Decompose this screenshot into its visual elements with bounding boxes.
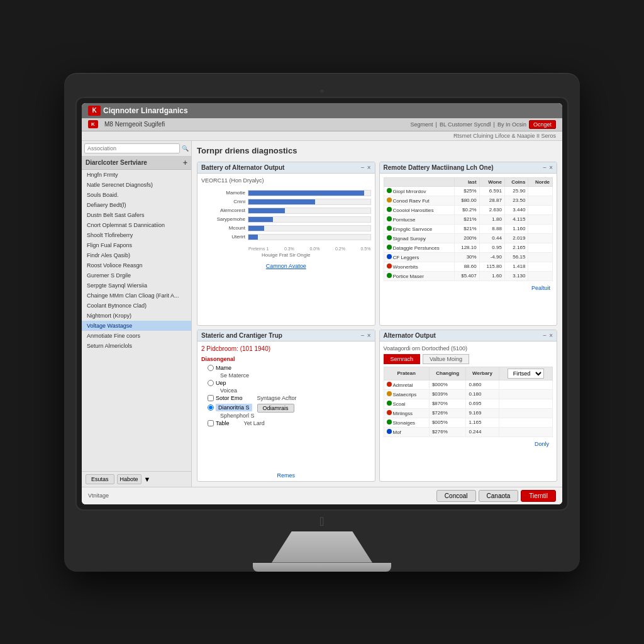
row-wone: 8.88 (479, 224, 504, 233)
radio-uep[interactable]: Uep (208, 380, 371, 386)
sidebar-search-input[interactable] (84, 143, 180, 153)
sidebar-item-0[interactable]: Hngfn Frmty (82, 170, 191, 180)
bar-label: Alemcorest (201, 208, 245, 213)
content-area: Tornpr driens diagnostics Battery of Alt… (192, 141, 562, 487)
row-norde (528, 243, 553, 252)
sidebar-item-2[interactable]: Souls Boaid. (82, 190, 191, 200)
sidebar-item-11[interactable]: Serpgte Saynql Wiersiia (82, 280, 191, 291)
sidebar-item-13[interactable]: Coolant Bytnonce Clad) (82, 301, 191, 311)
sidebar-item-16[interactable]: Anmotiate Fine coors (82, 331, 191, 341)
sidebar-item-10[interactable]: Guremer S Drgile (82, 270, 191, 280)
toolbar-path: M8 Nerngeoit Sugifefi (104, 121, 407, 128)
panel3-body: 2 Pidcbroom: (101 1940) Diasongenal Mame… (197, 341, 375, 469)
status-footer-link[interactable]: Remes (277, 472, 295, 479)
panel4-body: Voatagordi orn Dortocthed (5100) Sernrac… (380, 341, 557, 481)
remote-data-table: last Wone Coins Norde Giopl Mrrordov $25… (384, 177, 553, 281)
sidebar-items: Hngfn Frmty Natle Serecnet Diagnosfs) So… (82, 170, 191, 471)
table-row: Empglic Sarrvoce $21% 8.88 1.160 (384, 224, 553, 233)
bar-track (248, 225, 371, 231)
app-title: Ciqnnoter Linardganics (103, 106, 188, 115)
checkbox-table[interactable]: Table (208, 420, 230, 426)
cancel-button-2[interactable]: Canaota (479, 490, 519, 502)
checkbox-table-label: Table (216, 420, 230, 426)
alt-footer-link[interactable]: Donly (535, 441, 549, 447)
row-name: Empglic Sarrvoce (384, 224, 454, 233)
toolbar-primary-button[interactable]: Ocnget (529, 120, 556, 129)
panel4-subtitle: Voatagordi orn Dortocthed (5100) (384, 345, 553, 352)
alt-table-row: Sataecrips $039% 0.180 (384, 389, 553, 399)
alt-tab-search[interactable]: Sernrach (384, 354, 421, 364)
panel3-minimize-icon[interactable]: − (361, 332, 365, 339)
toolbar-action-3: By In Ocsin (497, 121, 526, 128)
alt-table-row: Stonaiges $005% 1.165 (384, 418, 553, 427)
sidebar-item-9[interactable]: Roost Volioce Reasgn (82, 260, 191, 270)
radio-uep-input[interactable] (208, 380, 214, 386)
alt-row-werbary: 1.165 (466, 418, 499, 427)
alt-row-changing: $000% (429, 380, 466, 389)
panel1-close-icon[interactable]: × (367, 164, 371, 171)
sidebar-footer-btn1[interactable]: Esutas (86, 474, 114, 484)
sidebar-item-15[interactable]: Voltage Wastagse (82, 321, 191, 331)
alt-tab-value[interactable]: Valtue Moing (423, 354, 469, 364)
sidebar-item-6[interactable]: Shoolt Tlofireberry (82, 230, 191, 240)
panel4-minimize-icon[interactable]: − (543, 332, 547, 339)
bar-label: Mcount (201, 225, 245, 231)
row-name: Dataggle Perstunces (384, 243, 454, 252)
row-wone: 115.80 (479, 262, 504, 271)
row-last: $80.00 (454, 196, 479, 205)
axis-0: Preterns 1 (248, 247, 269, 251)
alt-select-firtsed[interactable]: Firtsed (508, 369, 544, 379)
sidebar-item-14[interactable]: Nightmort (Kropy) (82, 311, 191, 321)
panel2-close-icon[interactable]: × (549, 164, 553, 171)
alt-col-select[interactable]: Firtsed (499, 367, 552, 380)
row-name: Signad Suropy (384, 233, 454, 243)
sidebar-item-1[interactable]: Natle Serecnet Diagnosfs) (82, 180, 191, 190)
alt-row-name: Mof (384, 427, 429, 436)
radio-mame-input[interactable] (208, 365, 214, 371)
status-group-uep: Uep Voicea (208, 380, 371, 394)
radio-dian[interactable]: Dianoritria S (208, 404, 252, 411)
cancel-button-1[interactable]: Concoal (436, 490, 476, 502)
sidebar-add-icon[interactable]: + (183, 158, 187, 167)
bar-row: Cmni (201, 199, 371, 205)
panel2-body: last Wone Coins Norde Giopl Mrrordov $25… (380, 174, 557, 325)
radio-mame[interactable]: Mame (208, 365, 371, 371)
table-row: Dataggle Perstunces 128.10 0.95 2.165 (384, 243, 553, 252)
status-highlight-button[interactable]: Odiamrais (257, 404, 294, 413)
alt-table-row: Mof $276% 0.244 (384, 427, 553, 436)
panel1-minimize-icon[interactable]: − (361, 164, 365, 171)
sidebar-item-7[interactable]: Flign Fual Fapons (82, 240, 191, 250)
sidebar-footer-btn2[interactable]: Habote (117, 474, 142, 484)
sidebar-item-4[interactable]: Dustn Belt Sast Gafers (82, 210, 191, 220)
chart-link-container: Camnon Avatoe (201, 259, 371, 272)
sidebar-item-17[interactable]: Seturn Almericlols (82, 341, 191, 351)
table-link[interactable]: Pealtuit (531, 285, 550, 291)
checkbox-sotor[interactable]: Sotor Emo (208, 395, 243, 401)
checkbox-sotor-input[interactable] (208, 395, 214, 401)
axis-1: 0.3% (284, 247, 294, 251)
primary-action-button[interactable]: Tierntil (521, 490, 556, 502)
alt-row-name: Miriingss (384, 408, 429, 418)
alt-row-werbary: 9.169 (466, 408, 499, 418)
chart-link[interactable]: Camnon Avatoe (266, 263, 306, 269)
row-wone: 28.87 (479, 196, 504, 205)
sidebar-item-5[interactable]: Cnort Oplemnat S Dannicatiion (82, 220, 191, 230)
axis-4: 0.5% (361, 247, 371, 251)
alt-row-changing: $726% (429, 408, 466, 418)
panel2-minimize-icon[interactable]: − (543, 164, 547, 171)
checkbox-table-input[interactable] (208, 420, 214, 426)
panel4-close-icon[interactable]: × (549, 332, 553, 339)
sidebar-item-8[interactable]: Findr Ales Qasib) (82, 250, 191, 260)
alt-row-werbary: 0.695 (466, 399, 499, 408)
radio-dian-input[interactable] (208, 404, 214, 411)
panel2-controls: − × (543, 164, 553, 171)
sidebar-item-3[interactable]: Defiaery Bedt(l) (82, 200, 191, 210)
row-last: $0.2% (454, 205, 479, 214)
status-group-mame: Mame Se Materce (208, 365, 371, 379)
row-coins: 2.165 (504, 243, 528, 252)
panel3-close-icon[interactable]: × (367, 332, 371, 339)
sidebar-item-12[interactable]: Chainge MMm Clan Clioag (Farit A... (82, 291, 191, 301)
col-norde: Norde (528, 177, 553, 186)
sidebar-footer-dropdown-icon[interactable]: ▼ (144, 475, 151, 483)
row-norde (528, 196, 553, 205)
